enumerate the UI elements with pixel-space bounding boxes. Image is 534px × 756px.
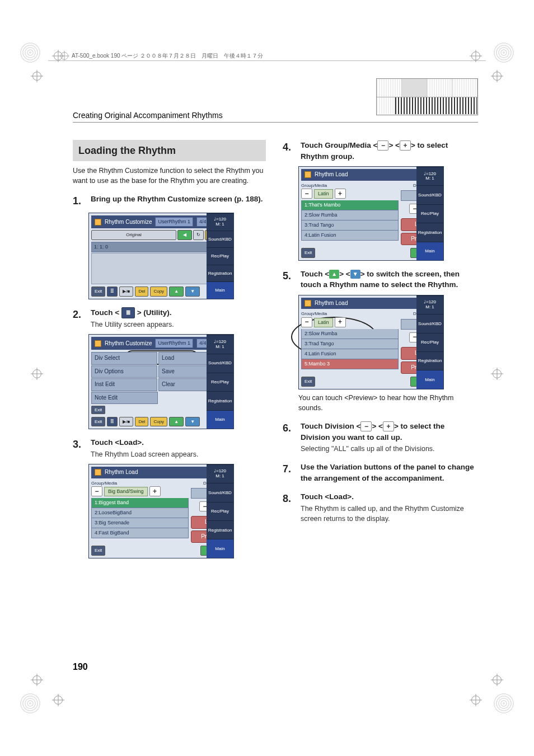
shot-title: Rhythm Load <box>315 299 348 308</box>
folder-icon <box>95 340 101 347</box>
step-title-pre: Touch < <box>91 308 119 317</box>
exit-button: Exit <box>91 287 105 297</box>
folder-icon <box>95 219 101 226</box>
chapter-rule <box>73 122 478 123</box>
step-note: The Utility screen appears. <box>91 320 266 330</box>
side-reg: Registration <box>207 520 233 539</box>
list-item: 1:Biggest Band <box>91 498 189 508</box>
step-number: 3. <box>73 437 86 459</box>
step-title: Touch <Load>. <box>301 491 476 503</box>
up-icon: ▲ <box>169 287 184 297</box>
step-note: The Rhythm Load screen appears. <box>91 449 266 459</box>
group-label: Group/Media <box>91 480 189 487</box>
reg-mark-icon <box>471 51 480 60</box>
step-8: 8. Touch <Load>. The Rhythm is called up… <box>283 491 476 524</box>
step-5: 5. Touch <▲> <▼> to switch the screen, t… <box>283 269 476 290</box>
exit-button: Exit <box>301 377 315 387</box>
list-item: 4:Fast BigBand <box>91 528 189 538</box>
shot-title: Rhythm Load <box>315 171 348 179</box>
up-icon: ▲ <box>169 417 184 427</box>
t-pre: Touch Group/Media < <box>301 141 377 149</box>
screenshot-rhythm-load-mambo: Rhythm Load Dest:All Group/Media − Latin… <box>298 295 444 389</box>
reg-mark-icon <box>54 696 63 705</box>
t-mid: > < <box>339 270 350 278</box>
step-title: Touch <▲> <▼> to switch the screen, then… <box>301 269 476 290</box>
side-reg: Registration <box>416 223 443 241</box>
step-number: 6. <box>283 421 296 454</box>
reg-mark-icon <box>32 369 41 378</box>
side-main: Main <box>207 539 233 557</box>
right-column: 4. Touch Group/Media <−> <+> to select R… <box>283 140 476 561</box>
side-main: Main <box>416 242 443 260</box>
list-item: 4:Latin Fusion <box>301 231 399 241</box>
track-original: Original <box>91 230 176 240</box>
list-item: 3:Trad Tango <box>301 339 399 349</box>
minus-icon: − <box>301 189 312 199</box>
plus-icon: + <box>400 140 411 151</box>
list-item: 1:That's Mambo <box>301 200 399 210</box>
side-reg: Registration <box>207 265 233 281</box>
side-rec: Rec/Play <box>207 247 233 264</box>
reg-mark-icon <box>471 696 480 705</box>
loop-icon: ↻ <box>193 230 204 240</box>
util-inst-edit: Inst Edit <box>91 378 157 391</box>
play-stop-button: ▶/■ <box>119 417 133 427</box>
side-main: Main <box>416 370 443 388</box>
step-note: The Rhythm is called up, and the Rhythm … <box>301 504 476 524</box>
folder-icon <box>305 300 311 307</box>
shot-title: Rhythm Customize <box>105 218 152 227</box>
section-title: Loading the Rhythm <box>73 140 266 161</box>
list-item: 3:Big Serenade <box>91 518 189 528</box>
list-item: 2:Slow Rumba <box>301 329 399 339</box>
step-1: 1. Bring up the Rhythm Customize screen … <box>73 194 266 208</box>
step-number: 1. <box>73 194 86 208</box>
group-value: Big Band/Swing <box>104 487 148 496</box>
step-number: 4. <box>283 140 296 162</box>
left-column: Loading the Rhythm Use the Rhythm Custom… <box>73 140 266 561</box>
page: AT-500_e.book 190 ページ ２００８年７月２８日 月曜日 午後４… <box>0 0 534 756</box>
step-title-post: > (Utility). <box>137 308 172 317</box>
reg-mark-icon <box>32 72 41 81</box>
play-stop-button: ▶/■ <box>119 287 133 297</box>
shot-title: Rhythm Load <box>105 468 138 477</box>
step-title: Use the Variation buttons of the panel t… <box>301 462 476 483</box>
page-number: 190 <box>73 662 88 672</box>
header-rule <box>48 60 486 61</box>
exit-button: Exit <box>91 417 105 427</box>
screenshot-utility: Rhythm Customize UserRhythm 1 4/4 Div Se… <box>88 334 234 429</box>
side-tempo: ♩=120M: 1 <box>207 464 233 483</box>
step-3: 3. Touch <Load>. The Rhythm Load screen … <box>73 437 266 459</box>
list-item: 4:Latin Fusion <box>301 349 399 359</box>
crop-ornament-br <box>493 692 515 715</box>
reg-mark-icon <box>493 72 502 81</box>
util-note-edit: Note Edit <box>91 392 158 405</box>
step-4: 4. Touch Group/Media <−> <+> to select R… <box>283 140 476 162</box>
screenshot-rhythm-customize: Rhythm Customize UserRhythm 1 4/4 Origin… <box>88 213 234 299</box>
up-triangle-icon: ▲ <box>329 270 339 279</box>
side-main: Main <box>207 281 233 298</box>
badge-user: UserRhythm 1 <box>155 217 193 227</box>
crop-ornament-bl <box>19 692 41 715</box>
side-reg: Registration <box>207 391 233 410</box>
minus-icon: − <box>360 421 372 431</box>
exit-button: Exit <box>301 248 315 258</box>
t-pre: Touch Division < <box>301 422 360 430</box>
minus-icon: − <box>91 486 102 496</box>
down-icon: ▼ <box>185 287 200 297</box>
step-number: 7. <box>283 462 296 483</box>
preview-note: You can touch <Preview> to hear how the … <box>298 393 455 413</box>
plus-icon: + <box>149 486 161 496</box>
down-triangle-icon: ▼ <box>350 270 360 279</box>
step-title: Touch < ≣ > (Utility). <box>91 307 266 318</box>
side-sound: Sound/KBD <box>207 231 233 247</box>
util-div-options: Div Options <box>91 365 157 378</box>
utility-icon: ≣ <box>107 287 118 297</box>
intro-text: Use the Rhythm Customize function to sel… <box>73 166 266 186</box>
book-header: AT-500_e.book 190 ページ ２００８年７月２８日 月曜日 午後４… <box>60 52 263 60</box>
t-pre: Touch < <box>301 270 329 278</box>
step-number: 8. <box>283 491 296 524</box>
side-sound: Sound/KBD <box>207 354 233 373</box>
step-7: 7. Use the Variation buttons of the pane… <box>283 462 476 483</box>
side-rec: Rec/Play <box>207 502 233 520</box>
group-value: Latin <box>314 189 333 199</box>
